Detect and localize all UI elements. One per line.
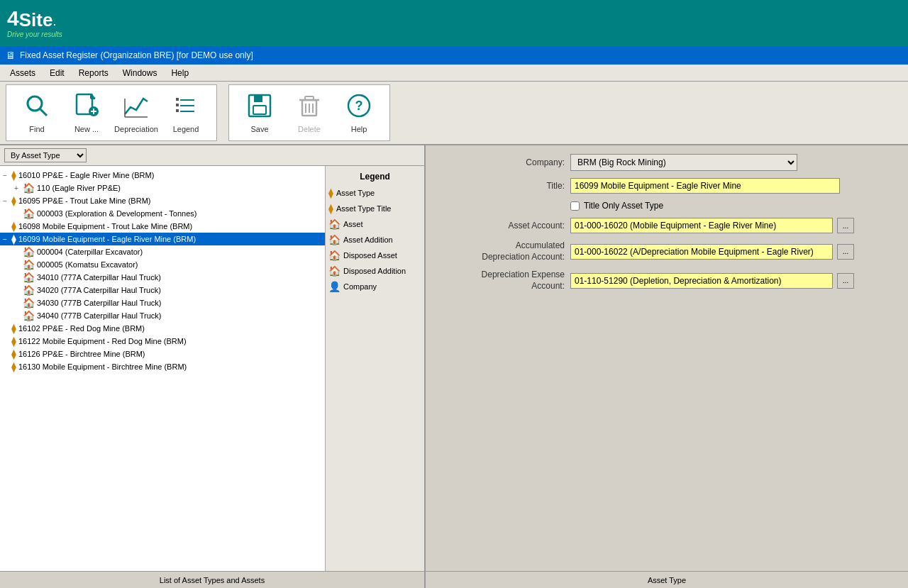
save-button[interactable]: Save: [235, 87, 284, 138]
window-titlebar: 🖥 Fixed Asset Register (Organization BRE…: [0, 46, 908, 65]
logo-dot: .: [52, 15, 56, 29]
status-left: List of Asset Types and Assets: [0, 572, 426, 588]
new-icon: [74, 93, 99, 123]
tree-item[interactable]: − ⧫ 16095 PP&E - Trout Lake Mine (BRM): [0, 194, 325, 207]
expand-icon: [14, 299, 21, 307]
legend-title: Legend: [328, 172, 421, 182]
tree-item[interactable]: 🏠 000004 (Caterpillar Excavator): [0, 245, 325, 258]
title-input[interactable]: [570, 178, 840, 194]
tree-item[interactable]: 🏠 34020 (777A Caterpillar Haul Truck): [0, 284, 325, 296]
dep-expense-row: Depreciation ExpenseAccount: ...: [437, 270, 897, 292]
legend-person-icon: 👤: [328, 281, 340, 292]
save-icon: [247, 93, 272, 123]
asset-account-browse-button[interactable]: ...: [837, 218, 854, 233]
legend-label: Legend: [173, 125, 199, 133]
tree-item[interactable]: ⧫ 16122 Mobile Equipment - Red Dog Mine …: [0, 335, 325, 348]
title-label: Title:: [437, 181, 565, 191]
item-text: 34020 (777A Caterpillar Haul Truck): [37, 286, 161, 294]
house-icon: 🏠: [23, 259, 35, 270]
dep-expense-input[interactable]: [570, 273, 833, 289]
item-text: 000005 (Komatsu Excavator): [37, 260, 138, 269]
tree-item[interactable]: ⧫ 16130 Mobile Equipment - Birchtree Min…: [0, 360, 325, 373]
tree-item[interactable]: 🏠 34030 (777B Caterpillar Haul Truck): [0, 296, 325, 309]
delete-button[interactable]: Delete: [284, 87, 334, 138]
legend-item-label: Company: [343, 282, 377, 291]
find-icon: [24, 93, 50, 123]
svg-rect-16: [176, 109, 179, 112]
depreciation-button[interactable]: Depreciation: [111, 87, 161, 138]
dep-expense-label: Depreciation ExpenseAccount:: [437, 270, 565, 292]
legend-item: 🏠 Asset: [328, 218, 421, 230]
tree-item[interactable]: 🏠 34040 (777B Caterpillar Haul Truck): [0, 309, 325, 322]
logo-number: 4: [7, 8, 19, 29]
title-row: Title:: [437, 178, 897, 194]
tree-item[interactable]: 🏠 000003 (Exploration & Development - To…: [0, 207, 325, 220]
tree-item[interactable]: − ⧫ 16010 PP&E - Eagle River Mine (BRM): [0, 169, 325, 182]
company-select[interactable]: BRM (Big Rock Mining): [570, 154, 797, 171]
help-label: Help: [351, 125, 367, 133]
accum-dep-browse-button[interactable]: ...: [837, 244, 854, 260]
legend-coins-label-icon: ⧫: [328, 203, 333, 214]
tree-item[interactable]: ⧫ 16126 PP&E - Birchtree Mine (BRM): [0, 348, 325, 360]
menu-windows[interactable]: Windows: [116, 67, 165, 79]
dep-expense-browse-button[interactable]: ...: [837, 273, 854, 289]
find-button[interactable]: Find: [12, 87, 62, 138]
tree-item[interactable]: ⧫ 16102 PP&E - Red Dog Mine (BRM): [0, 322, 325, 335]
legend-item: ⧫ Asset Type Title: [328, 203, 421, 214]
window-icon: 🖥: [6, 50, 16, 61]
legend-house-add-icon: 🏠: [328, 234, 340, 245]
expand-icon: [3, 338, 10, 345]
expand-icon[interactable]: −: [3, 235, 10, 243]
item-text: 16122 Mobile Equipment - Red Dog Mine (B…: [18, 337, 187, 345]
asset-account-row: Asset Account: ...: [437, 218, 897, 233]
house-icon: 🏠: [23, 310, 35, 321]
legend-item-label: Asset Type: [336, 189, 375, 197]
tree-item[interactable]: 🏠 000005 (Komatsu Excavator): [0, 258, 325, 271]
logo-site: Site: [19, 11, 53, 29]
menu-reports[interactable]: Reports: [72, 67, 116, 79]
toolbar-group-left: Find New ... Depreciation Legend: [6, 84, 217, 141]
delete-label: Delete: [298, 125, 321, 133]
status-right: Asset Type: [426, 576, 908, 584]
menu-assets[interactable]: Assets: [3, 67, 43, 79]
expand-icon: [3, 350, 10, 358]
tree-item[interactable]: ⧫ 16098 Mobile Equipment - Trout Lake Mi…: [0, 220, 325, 233]
filter-dropdown[interactable]: By Asset TypeBy Asset NameBy Asset Numbe…: [4, 148, 87, 162]
menu-edit[interactable]: Edit: [43, 67, 72, 79]
coins-icon: ⧫: [11, 233, 16, 245]
dep-expense-field: ...: [570, 273, 854, 289]
legend-item: 🏠 Asset Addition: [328, 234, 421, 245]
help-button[interactable]: ? Help: [334, 87, 384, 138]
svg-rect-14: [176, 98, 179, 101]
tree-item[interactable]: 🏠 34010 (777A Caterpillar Haul Truck): [0, 271, 325, 284]
tree-item-selected[interactable]: − ⧫ 16099 Mobile Equipment - Eagle River…: [0, 233, 325, 245]
legend-item: 👤 Company: [328, 281, 421, 292]
status-bar: List of Asset Types and Assets Asset Typ…: [0, 571, 908, 588]
expand-icon[interactable]: +: [14, 184, 21, 192]
delete-icon: [297, 93, 322, 123]
house-icon: 🏠: [23, 272, 35, 283]
item-text: 000004 (Caterpillar Excavator): [37, 248, 143, 256]
asset-account-input[interactable]: [570, 218, 833, 233]
legend-panel: Legend ⧫ Asset Type ⧫ Asset Type Title 🏠…: [325, 166, 424, 571]
item-text: 16102 PP&E - Red Dog Mine (BRM): [18, 324, 145, 333]
coins-icon: ⧫: [11, 361, 16, 372]
item-text: 16099 Mobile Equipment - Eagle River Min…: [18, 235, 196, 243]
expand-icon[interactable]: −: [3, 197, 10, 205]
tree-item[interactable]: + 🏠 110 (Eagle River PP&E): [0, 182, 325, 194]
accum-dep-input[interactable]: [570, 244, 833, 260]
depreciation-label: Depreciation: [114, 125, 158, 133]
expand-icon[interactable]: −: [3, 172, 10, 179]
legend-button[interactable]: Legend: [161, 87, 211, 138]
logo-tagline: Drive your results: [7, 30, 62, 38]
new-button[interactable]: New ...: [62, 87, 111, 138]
title-only-checkbox[interactable]: [570, 201, 580, 211]
item-text: 16095 PP&E - Trout Lake Mine (BRM): [18, 196, 150, 205]
menu-help[interactable]: Help: [164, 67, 196, 79]
right-panel: Company: BRM (Big Rock Mining) Title: Ti…: [426, 145, 908, 571]
expand-icon: [14, 210, 21, 218]
expand-icon: [14, 261, 21, 269]
coins-icon: ⧫: [11, 195, 16, 206]
house-icon: 🏠: [23, 182, 35, 194]
coins-icon: ⧫: [11, 323, 16, 334]
